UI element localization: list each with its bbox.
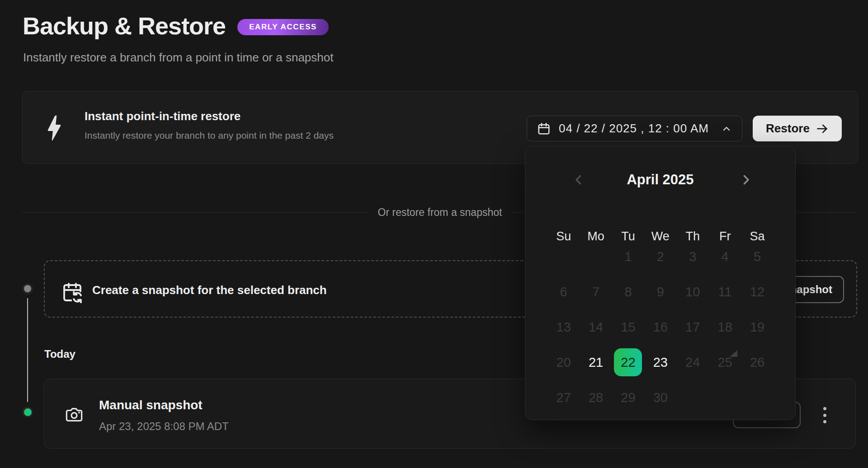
calendar-popup: April 2025 SuMoTuWeThFrSa 12345678910111…	[525, 146, 796, 420]
calendar-day-cell: 24	[677, 345, 709, 380]
timeline-dot-create	[22, 283, 33, 294]
chevron-up-icon	[721, 123, 732, 134]
calendar-day-cell: 23	[644, 345, 676, 380]
calendar-day-cell: 2	[644, 239, 676, 274]
pitr-title: Instant point-in-time restore	[85, 109, 241, 123]
kebab-menu-button[interactable]	[819, 405, 830, 425]
timeline-dot-snapshot	[22, 407, 33, 417]
calendar-day-empty	[677, 380, 709, 415]
calendar-day-2: 2	[646, 243, 675, 271]
calendar-day-21[interactable]: 21	[582, 348, 610, 376]
calendar-day-20: 20	[550, 348, 578, 376]
kebab-dot	[823, 414, 826, 417]
calendar-day-9: 9	[646, 278, 675, 306]
calendar-day-cell: 28	[580, 380, 612, 415]
calendar-day-cell: 5	[741, 239, 773, 274]
create-snapshot-label: Create a snapshot for the selected branc…	[92, 283, 327, 297]
calendar-day-cell: 22	[612, 345, 644, 380]
calendar-day-empty	[709, 380, 741, 415]
calendar-day-23[interactable]: 23	[646, 348, 675, 376]
calendar-day-27: 27	[550, 384, 578, 412]
divider-label: Or restore from a snapshot	[369, 206, 511, 219]
calendar-day-cell: 8	[612, 274, 644, 309]
calendar-days-grid: 1234567891011121314151617181920212223242…	[547, 239, 774, 415]
calendar-day-cell: 6	[547, 274, 580, 309]
page-subtitle: Instantly restore a branch from a point …	[23, 51, 333, 65]
pitr-description: Instantly restore your branch to any poi…	[85, 130, 334, 141]
calendar-day-15: 15	[614, 313, 642, 341]
calendar-day-empty	[547, 239, 580, 274]
snapshot-timestamp: Apr 23, 2025 8:08 PM ADT	[99, 420, 229, 433]
zap-icon	[46, 114, 63, 142]
calendar-day-1: 1	[614, 243, 642, 271]
calendar-icon	[537, 122, 551, 136]
calendar-sync-icon	[61, 281, 83, 303]
calendar-day-empty	[580, 239, 612, 274]
calendar-day-cell: 18	[709, 309, 741, 345]
page-header: Backup & Restore EARLY ACCESS	[23, 12, 329, 40]
calendar-day-cell: 29	[612, 380, 644, 415]
calendar-day-17: 17	[679, 313, 707, 341]
calendar-day-cell: 13	[547, 309, 580, 345]
calendar-day-cell: 12	[741, 274, 773, 309]
camera-icon	[64, 406, 85, 424]
datetime-value: 04 / 22 / 2025 , 12 : 00 AM	[559, 122, 713, 136]
calendar-day-cell: 16	[644, 309, 676, 345]
calendar-day-cell: 9	[644, 274, 676, 309]
kebab-dot	[823, 407, 826, 410]
calendar-day-24: 24	[679, 348, 707, 376]
calendar-day-cell: 11	[709, 274, 741, 309]
calendar-day-cell: 7	[580, 274, 612, 309]
timeline-dot-snapshot-inner	[24, 408, 32, 416]
calendar-day-22[interactable]: 22	[614, 348, 642, 376]
early-access-badge: EARLY ACCESS	[237, 19, 329, 35]
today-label: Today	[44, 348, 75, 360]
kebab-dot	[823, 420, 826, 423]
calendar-day-empty	[741, 380, 773, 415]
snapshot-title: Manual snapshot	[99, 398, 203, 412]
calendar-day-13: 13	[550, 313, 578, 341]
calendar-day-26: 26	[743, 348, 771, 376]
calendar-day-18: 18	[711, 313, 739, 341]
calendar-day-cell: 20	[547, 345, 580, 380]
datetime-picker-input[interactable]: 04 / 22 / 2025 , 12 : 00 AM	[527, 116, 742, 141]
calendar-day-cell: 3	[677, 239, 709, 274]
calendar-day-30: 30	[646, 384, 675, 412]
corner-triangle-decoration	[730, 350, 737, 357]
calendar-day-cell: 1	[612, 239, 644, 274]
calendar-day-cell: 21	[580, 345, 612, 380]
arrow-right-icon	[816, 122, 829, 135]
calendar-day-cell: 26	[741, 345, 773, 380]
calendar-day-14: 14	[582, 313, 610, 341]
calendar-day-cell: 4	[709, 239, 741, 274]
calendar-day-5: 5	[743, 243, 771, 271]
calendar-day-cell: 15	[612, 309, 644, 345]
calendar-day-cell: 30	[644, 380, 676, 415]
timeline-dot-create-inner	[24, 285, 31, 292]
calendar-day-4: 4	[711, 243, 739, 271]
calendar-day-cell: 17	[677, 309, 709, 345]
calendar-next-month-button[interactable]	[736, 170, 756, 190]
calendar-day-10: 10	[679, 278, 707, 306]
calendar-day-cell: 27	[547, 380, 580, 415]
calendar-day-19: 19	[743, 313, 771, 341]
calendar-day-16: 16	[646, 313, 675, 341]
page-title: Backup & Restore	[23, 12, 226, 40]
calendar-day-29: 29	[614, 384, 642, 412]
calendar-day-7: 7	[582, 278, 610, 306]
calendar-day-8: 8	[614, 278, 642, 306]
calendar-day-11: 11	[711, 278, 739, 306]
calendar-day-cell: 19	[741, 309, 773, 345]
calendar-day-cell: 10	[677, 274, 709, 309]
calendar-day-cell: 14	[580, 309, 612, 345]
calendar-day-6: 6	[550, 278, 578, 306]
calendar-day-3: 3	[679, 243, 707, 271]
timeline-line	[27, 298, 28, 402]
restore-button[interactable]: Restore	[753, 116, 842, 141]
calendar-day-12: 12	[743, 278, 771, 306]
calendar-day-28: 28	[582, 384, 610, 412]
restore-button-label: Restore	[766, 122, 810, 136]
